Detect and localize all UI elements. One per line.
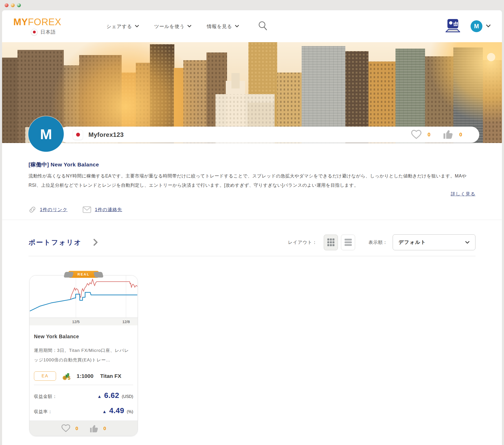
grid-view-icon [327, 238, 335, 246]
logo-part-forex: FOREX [28, 17, 61, 27]
japan-flag-icon [73, 130, 83, 140]
sort-label: 表示順： [368, 239, 388, 245]
window-titlebar [0, 0, 504, 10]
equity-chart-svg: 12/5 12/8 [30, 275, 138, 325]
search-button[interactable] [258, 21, 268, 32]
laptop-chart-icon [445, 19, 461, 33]
equity-chart: 12/5 12/8 [30, 275, 138, 325]
favorite-button[interactable] [411, 129, 422, 140]
language-selector[interactable]: 日本語 [31, 29, 81, 35]
list-view-icon [344, 238, 352, 246]
section-divider [2, 220, 502, 220]
real-account-badge: REAL [68, 271, 99, 278]
search-icon [258, 21, 268, 31]
rate-row: 収益率： ▲ 4.49 (%) [34, 406, 133, 415]
profile-links-row: 1件のリンク 1件の連絡先 [29, 206, 475, 213]
close-window-button[interactable] [5, 3, 8, 7]
broker-name: Titan FX [100, 373, 121, 379]
ea-tag-badge: EA [34, 371, 56, 381]
account-menu-button[interactable] [486, 24, 491, 29]
portfolio-title: ポートフォリオ [29, 238, 82, 247]
leverage-value: 1:1000 [77, 373, 93, 379]
profile-avatar: M [28, 116, 64, 152]
profile-about-section: [稼働中] New York Balance 流動性が高くなるNY時間に稼働する… [2, 143, 502, 213]
link-icon [29, 206, 36, 213]
thumbs-up-icon [89, 424, 99, 433]
traffic-lights [5, 3, 21, 7]
zoom-window-button[interactable] [17, 3, 21, 7]
mt5-platform-icon: 5 [62, 371, 71, 381]
favorite-count: 0 [428, 132, 430, 138]
sort-selected-value: デフォルト [399, 239, 426, 246]
logo-block: MYFOREX 日本語 [13, 17, 81, 35]
nav-share-label: シェアする [106, 23, 132, 30]
layout-list-button[interactable] [341, 235, 355, 250]
card-like-button[interactable] [89, 424, 99, 433]
profile-reactions: 0 0 [411, 129, 462, 140]
portfolio-card[interactable]: REAL 12/5 12/8 New York Balance 運用期間：3日。… [29, 275, 138, 436]
portfolio-expand-button[interactable] [93, 239, 98, 246]
links-group[interactable]: 1件のリンク [29, 206, 68, 213]
nav-item-share[interactable]: シェアする [106, 23, 139, 30]
profit-unit: (USD) [122, 394, 133, 399]
header-right-group: M [445, 19, 491, 34]
myforex-logo[interactable]: MYFOREX [13, 17, 81, 27]
rate-label: 収益率： [34, 409, 52, 415]
browser-window: MYFOREX 日本語 シェアする ツールを使う 情報を見る [2, 10, 502, 445]
card-footer: 0 0 [30, 421, 138, 436]
nav-tools-label: ツールを使う [154, 23, 185, 30]
card-divider [34, 385, 133, 385]
contacts-group[interactable]: 1件の連絡先 [83, 206, 122, 213]
card-meta-row: EA 5 1:1000 Titan FX [34, 371, 133, 381]
like-count: 0 [459, 132, 462, 138]
profit-row: 収益金額： ▲ 6.62 (USD) [34, 391, 133, 400]
chevron-right-icon [93, 239, 98, 246]
rate-unit: (%) [127, 410, 133, 414]
svg-text:5: 5 [68, 375, 70, 381]
logo-part-my: MY [13, 17, 28, 27]
chevron-down-icon [486, 24, 491, 28]
card-favorite-count: 0 [75, 426, 78, 431]
card-description: 運用期間：3日。Titan FX/Micro口座、レバレッジ1000倍の自動売買… [34, 346, 133, 365]
sort-order-select[interactable]: デフォルト [393, 234, 475, 250]
portfolio-divider [29, 256, 475, 256]
links-count-link: 1件のリンク [40, 207, 68, 213]
main-nav: シェアする ツールを使う 情報を見る [106, 23, 239, 30]
card-like-count: 0 [103, 426, 106, 431]
nav-item-tools[interactable]: ツールを使う [154, 23, 192, 30]
x-tick-12-8: 12/8 [122, 319, 130, 324]
x-tick-12-5: 12/5 [72, 319, 80, 324]
contacts-count-link: 1件の連絡先 [95, 207, 122, 213]
see-more-link[interactable]: 詳しく見る [451, 191, 475, 197]
nav-info-label: 情報を見る [207, 23, 232, 30]
profile-name: Myforex123 [88, 131, 124, 138]
thumbs-up-icon [443, 129, 454, 139]
profile-name-bar: Myforex123 0 0 [59, 127, 479, 143]
nav-item-info[interactable]: 情報を見る [207, 23, 239, 30]
card-body: New York Balance 運用期間：3日。Titan FX/Micro口… [30, 334, 138, 415]
heart-icon [411, 129, 422, 139]
chevron-down-icon [465, 241, 470, 244]
layout-grid-button[interactable] [324, 235, 338, 250]
dashboard-button[interactable] [445, 19, 461, 34]
rate-value: 4.49 [109, 406, 124, 415]
chevron-down-icon [187, 25, 191, 28]
portfolio-header: ポートフォリオ レイアウト： [29, 234, 475, 250]
heart-icon [61, 424, 71, 432]
card-title: New York Balance [34, 334, 133, 340]
chevron-down-icon [135, 25, 139, 28]
chevron-down-icon [235, 25, 239, 28]
card-favorite-button[interactable] [61, 424, 71, 433]
ea-status-title: [稼働中] New York Balance [29, 161, 475, 168]
portfolio-controls: レイアウト： 表示順： デフォルト [288, 234, 475, 250]
mail-icon [83, 206, 91, 213]
profit-label: 収益金額： [34, 394, 57, 399]
up-triangle-icon: ▲ [97, 394, 102, 399]
site-header: MYFOREX 日本語 シェアする ツールを使う 情報を見る [2, 10, 502, 42]
user-avatar[interactable]: M [471, 20, 482, 32]
profit-value: 6.62 [104, 391, 119, 400]
minimize-window-button[interactable] [11, 3, 15, 7]
up-triangle-icon: ▲ [102, 409, 107, 414]
like-button[interactable] [443, 129, 454, 140]
layout-label: レイアウト： [288, 239, 317, 245]
